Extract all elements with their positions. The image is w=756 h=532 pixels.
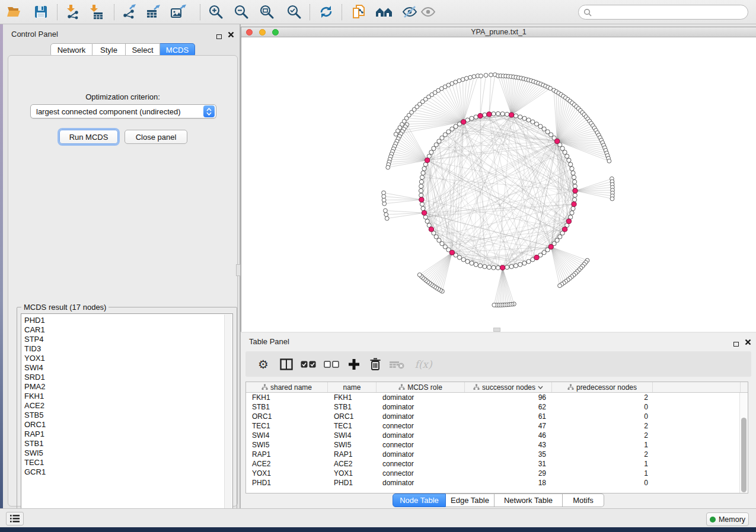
save-session-button[interactable] (30, 2, 52, 22)
mcds-result-item[interactable]: SWI5 (24, 448, 232, 458)
table-row[interactable]: RAP1RAP1dominator352 (246, 450, 748, 459)
mcds-result-item[interactable]: STB1 (24, 439, 232, 448)
network-canvas[interactable] (241, 37, 756, 332)
network-window-titlebar[interactable]: YPA_prune.txt_1 (241, 27, 756, 37)
mcds-result-item[interactable]: ORC1 (24, 420, 232, 430)
table-row[interactable]: ORC1ORC1dominator610 (246, 412, 748, 421)
table-cell: SWI5 (328, 440, 377, 450)
export-network-button[interactable] (119, 2, 140, 22)
table-row[interactable]: TEC1TEC1connector472 (246, 421, 748, 431)
mcds-result-item[interactable]: PMA2 (24, 382, 232, 392)
show-columns-button[interactable] (276, 351, 296, 377)
float-table-panel-icon[interactable] (733, 338, 739, 349)
show-log-button[interactable] (6, 512, 24, 525)
table-settings-button[interactable]: ⚙ (253, 351, 273, 377)
close-panel-button[interactable]: Close panel (125, 130, 187, 144)
table-scrollbar[interactable] (739, 393, 748, 493)
column-header-filler (653, 382, 741, 392)
trash-icon (369, 358, 381, 371)
tab-edge-table[interactable]: Edge Table (446, 493, 495, 507)
column-header-shared-name[interactable]: shared name (246, 382, 328, 392)
mcds-result-item[interactable]: SRD1 (24, 373, 232, 382)
select-stepper-icon (203, 105, 215, 117)
table-cell: ACE2 (246, 459, 328, 469)
table-row[interactable]: ACE2ACE2connector311 (246, 459, 748, 469)
column-header-predecessor-nodes[interactable]: predecessor nodes (552, 382, 653, 392)
table-panel: Table Panel ⚙ (241, 333, 756, 508)
table-cell: ORC1 (246, 412, 328, 421)
select-all-button[interactable] (298, 351, 318, 377)
mcds-result-item[interactable]: FKH1 (24, 392, 232, 401)
eye-slash-icon (402, 5, 417, 19)
mcds-result-item[interactable]: STB5 (24, 411, 232, 420)
zoom-out-button[interactable] (231, 2, 252, 22)
horizontal-divider-grip[interactable] (493, 328, 500, 332)
panel-divider-grip[interactable] (236, 264, 241, 276)
column-header-successor-nodes[interactable]: successor nodes (465, 382, 552, 392)
table-cell: 29 (465, 469, 552, 478)
toolbar-separator (114, 4, 114, 20)
mcds-result-title: MCDS result (17 nodes) (21, 303, 109, 312)
run-mcds-button[interactable]: Run MCDS (59, 130, 118, 144)
mcds-result-item[interactable]: SWI4 (24, 363, 232, 373)
column-header-MCDS-role[interactable]: MCDS role (377, 382, 465, 392)
open-file-button[interactable] (3, 2, 24, 22)
mcds-result-item[interactable]: ACE2 (24, 401, 232, 411)
tab-network-table[interactable]: Network Table (495, 493, 563, 507)
table-row[interactable]: SWI5SWI5connector431 (246, 440, 748, 450)
close-panel-icon[interactable] (228, 30, 234, 40)
deselect-all-button[interactable] (321, 351, 342, 377)
mcds-result-list[interactable]: PHD1CAR1STP4TID3YOX1SWI4SRD1PMA2FKH1ACE2… (21, 313, 233, 524)
column-header-name[interactable]: name (328, 382, 377, 392)
mcds-result-item[interactable]: TEC1 (24, 458, 232, 467)
import-table-button[interactable] (85, 2, 107, 22)
zoom-selected-button[interactable] (283, 2, 305, 22)
export-image-button[interactable] (168, 2, 189, 22)
table-cell: 0 (552, 412, 653, 421)
table-cell: dominator (377, 478, 465, 488)
mcds-result-item[interactable]: PHD1 (24, 316, 232, 325)
table-cell: 1 (552, 440, 653, 450)
float-panel-icon[interactable] (216, 31, 222, 41)
table-cell: dominator (377, 431, 465, 440)
mcds-result-item[interactable]: STP4 (24, 335, 232, 344)
mcds-list-scrollbar[interactable] (224, 315, 232, 523)
table-cell: 1 (552, 469, 653, 478)
mcds-result-item[interactable]: YOX1 (24, 354, 232, 363)
show-all-button[interactable] (417, 2, 439, 22)
optimization-criterion-select[interactable]: largest connected component (undirected) (30, 104, 216, 118)
zoom-selected-icon (286, 4, 302, 20)
search-input[interactable] (592, 8, 748, 17)
tab-motifs[interactable]: Motifs (563, 493, 604, 507)
table-row[interactable]: STB1STB1dominator620 (246, 402, 748, 412)
table-cell: 31 (465, 459, 552, 469)
import-network-button[interactable] (62, 2, 83, 22)
delete-column-button[interactable] (365, 351, 385, 377)
apply-layout-button[interactable] (315, 2, 337, 22)
open-folder-icon (5, 5, 22, 19)
zoom-fit-button[interactable] (256, 2, 277, 22)
mcds-result-item[interactable]: RAP1 (24, 430, 232, 439)
tab-node-table[interactable]: Node Table (393, 493, 446, 507)
table-scrollbar-thumb[interactable] (741, 418, 747, 492)
table-row[interactable]: SWI4SWI4dominator462 (246, 431, 748, 440)
table-cell: dominator (377, 450, 465, 459)
import-table-icon (88, 4, 104, 20)
mcds-result-item[interactable]: TID3 (24, 344, 232, 354)
memory-button[interactable]: Memory (706, 512, 749, 526)
close-table-panel-icon[interactable] (745, 337, 751, 348)
table-cell: connector (377, 440, 465, 450)
add-column-button[interactable] (344, 351, 364, 377)
export-table-button[interactable] (142, 2, 164, 22)
first-neighbors-button[interactable] (374, 2, 395, 22)
optimization-criterion-label: Optimization criterion: (8, 92, 237, 101)
zoom-in-button[interactable] (205, 2, 227, 22)
clone-network-button[interactable] (348, 2, 369, 22)
table-row[interactable]: YOX1YOX1connector291 (246, 469, 748, 478)
table-row[interactable]: PHD1PHD1dominator180 (246, 478, 748, 488)
table-row[interactable]: FKH1FKH1dominator962 (246, 393, 748, 402)
table-cell: 43 (465, 440, 552, 450)
plus-icon (348, 358, 360, 370)
mcds-result-item[interactable]: CAR1 (24, 325, 232, 335)
mcds-result-item[interactable]: GCR1 (24, 467, 232, 477)
